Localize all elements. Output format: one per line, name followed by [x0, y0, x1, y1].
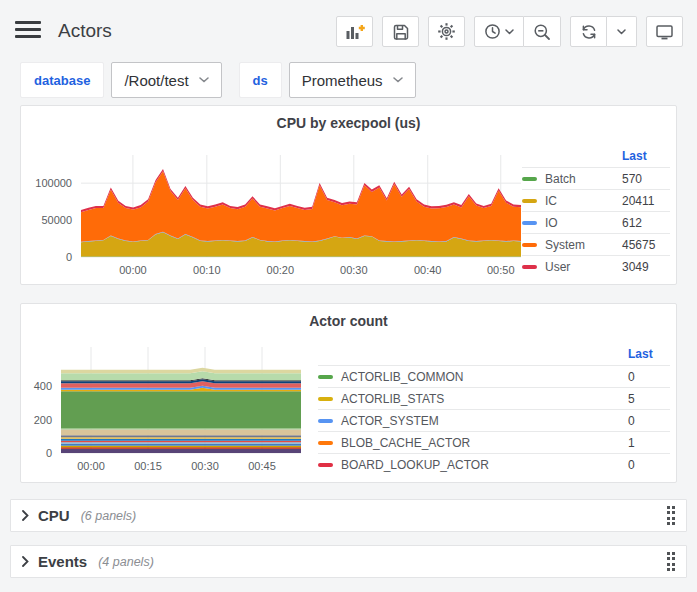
- series-last-value: 0: [628, 366, 670, 388]
- x-axis-tick: 00:30: [340, 264, 368, 276]
- legend-row[interactable]: BOARD_LOOKUP_ACTOR0: [318, 454, 670, 476]
- refresh-button[interactable]: [570, 16, 607, 47]
- series-area-band-01: [61, 449, 301, 453]
- toolbar: [336, 16, 683, 47]
- y-axis-tick: 400: [34, 380, 52, 392]
- x-axis-tick: 00:30: [191, 460, 219, 472]
- menu-icon[interactable]: [15, 21, 41, 41]
- template-variables-bar: database /Root/test ds Prometheus: [20, 62, 416, 98]
- series-last-value: 0: [628, 454, 670, 476]
- series-area-band-08: [61, 437, 301, 438]
- time-range-picker[interactable]: [474, 16, 524, 47]
- chart-canvas-cpu-by-execpool[interactable]: 05000010000000:0000:1000:2000:3000:4000:…: [23, 136, 521, 287]
- legend-row[interactable]: ACTORLIB_STATS5: [318, 388, 670, 410]
- series-color-swatch: [522, 177, 537, 181]
- y-axis-tick: 50000: [41, 214, 72, 226]
- refresh-icon: [580, 23, 598, 41]
- series-label: IO: [545, 216, 558, 230]
- save-dashboard-button[interactable]: [382, 16, 419, 47]
- refresh-interval-dropdown[interactable]: [607, 16, 637, 47]
- gear-icon: [437, 22, 456, 41]
- y-axis-tick: 100000: [35, 177, 72, 189]
- variable-label-ds: ds: [239, 62, 282, 98]
- dashboard-settings-button[interactable]: [428, 16, 465, 47]
- legend-row[interactable]: BLOB_CACHE_ACTOR1: [318, 432, 670, 454]
- series-area-band-04: [61, 444, 301, 446]
- chevron-right-icon: [22, 556, 29, 567]
- legend-sort-last[interactable]: Last: [622, 148, 670, 168]
- series-area-band-05: [61, 442, 301, 443]
- chevron-right-icon: [22, 510, 29, 521]
- series-color-swatch: [318, 375, 333, 379]
- add-panel-button[interactable]: [336, 16, 373, 47]
- clock-icon: [484, 23, 501, 40]
- y-axis-tick: 200: [34, 414, 52, 426]
- drag-handle-icon[interactable]: [667, 552, 675, 571]
- legend-row[interactable]: ACTORLIB_COMMON0: [318, 366, 670, 388]
- magnifier-minus-icon: [533, 23, 551, 41]
- x-axis-tick: 00:10: [193, 264, 221, 276]
- x-axis-tick: 00:20: [267, 264, 295, 276]
- series-area-band-03: [61, 446, 301, 447]
- series-color-swatch: [522, 243, 537, 247]
- legend-cpu-by-execpool: LastBatch570IC20411IO612System45675User3…: [522, 148, 670, 287]
- series-color-swatch: [318, 463, 333, 467]
- panel-title[interactable]: Actor count: [21, 304, 676, 334]
- save-icon: [392, 23, 410, 41]
- series-last-value: 5: [628, 388, 670, 410]
- series-color-swatch: [522, 265, 537, 269]
- chevron-down-icon: [199, 77, 209, 83]
- series-color-swatch: [522, 199, 537, 203]
- series-label: BOARD_LOOKUP_ACTOR: [341, 458, 489, 472]
- series-color-swatch: [318, 419, 333, 423]
- row-title: CPU: [38, 507, 70, 524]
- legend-row[interactable]: IO612: [522, 212, 670, 234]
- legend-row[interactable]: IC20411: [522, 190, 670, 212]
- x-axis-tick: 00:00: [77, 460, 105, 472]
- series-last-value: 45675: [622, 234, 670, 256]
- x-axis-tick: 00:45: [248, 460, 276, 472]
- series-last-value: 3049: [622, 256, 670, 278]
- monitor-icon: [655, 23, 674, 41]
- series-last-value: 20411: [622, 190, 670, 212]
- row-title: Events: [38, 553, 87, 570]
- x-axis-tick: 00:50: [487, 264, 515, 276]
- variable-select-database[interactable]: /Root/test: [111, 62, 221, 98]
- legend-header-row: Last: [318, 346, 670, 366]
- legend-sort-last[interactable]: Last: [628, 346, 670, 366]
- series-last-value: 0: [628, 410, 670, 432]
- variable-value-ds: Prometheus: [302, 72, 383, 89]
- legend-row[interactable]: Batch570: [522, 168, 670, 190]
- chevron-down-icon: [393, 77, 403, 83]
- series-area-band-09: [61, 435, 301, 437]
- row-header-events[interactable]: Events (4 panels): [10, 545, 687, 578]
- variable-label-database: database: [20, 62, 104, 98]
- legend-row[interactable]: ACTOR_SYSTEM0: [318, 410, 670, 432]
- legend-row[interactable]: User3049: [522, 256, 670, 278]
- series-color-swatch: [522, 221, 537, 225]
- panel-title[interactable]: CPU by execpool (us): [21, 106, 676, 136]
- y-axis-tick: 0: [66, 251, 72, 263]
- series-label: ACTORLIB_STATS: [341, 392, 444, 406]
- variable-select-ds[interactable]: Prometheus: [289, 62, 416, 98]
- zoom-out-time-button[interactable]: [524, 16, 561, 47]
- variable-value-database: /Root/test: [124, 72, 188, 89]
- series-label: BLOB_CACHE_ACTOR: [341, 436, 470, 450]
- drag-handle-icon[interactable]: [667, 506, 675, 525]
- row-panel-count: (4 panels): [98, 555, 154, 569]
- panel-cpu-by-execpool: CPU by execpool (us) 05000010000000:0000…: [20, 105, 677, 285]
- x-axis-tick: 00:00: [119, 264, 147, 276]
- series-area-band-19: [61, 368, 301, 374]
- series-area-band-02: [61, 447, 301, 449]
- series-area-System: [81, 171, 521, 242]
- chevron-down-icon: [505, 29, 514, 35]
- series-label: Batch: [545, 172, 576, 186]
- chart-canvas-actor-count[interactable]: 020040000:0000:1500:3000:45: [23, 334, 301, 485]
- series-last-value: 570: [622, 168, 670, 190]
- kiosk-mode-button[interactable]: [646, 16, 683, 47]
- panel-actor-count: Actor count 020040000:0000:1500:3000:45 …: [20, 303, 677, 483]
- row-header-cpu[interactable]: CPU (6 panels): [10, 499, 687, 532]
- series-label: User: [545, 260, 570, 274]
- legend-row[interactable]: System45675: [522, 234, 670, 256]
- series-color-swatch: [318, 397, 333, 401]
